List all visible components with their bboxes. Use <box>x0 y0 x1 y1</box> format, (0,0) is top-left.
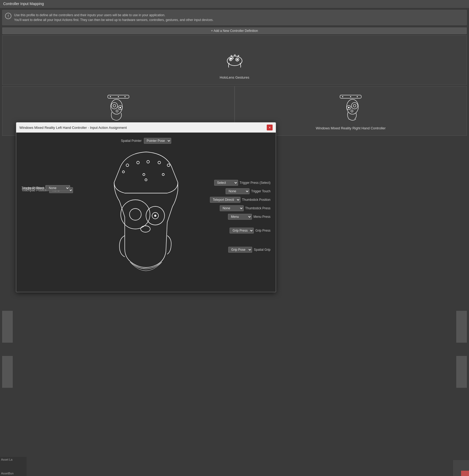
touchpad-press-row: Touchpad Press None <box>21 185 70 191</box>
svg-point-36 <box>121 200 150 229</box>
svg-point-23 <box>348 107 350 108</box>
grip-press-row: Grip Press Grip Press <box>230 228 270 233</box>
modal-body: Spatial Pointer Pointer Pose Trigger Pos… <box>16 133 276 292</box>
info-line2: You'll want to define all your Input Act… <box>14 18 463 22</box>
svg-point-30 <box>158 161 161 164</box>
left-sidebar-panel-2 <box>2 356 13 388</box>
spatial-grip-row: Grip Pose Spatial Grip <box>228 247 270 253</box>
svg-point-28 <box>137 161 139 164</box>
svg-point-9 <box>118 96 119 97</box>
svg-point-33 <box>143 173 145 176</box>
trigger-press-row: Select Trigger Press (Select) <box>214 180 270 186</box>
touchpad-press-select[interactable]: None <box>46 185 70 191</box>
spatial-grip-label: Spatial Grip <box>254 248 270 252</box>
hololens-icon <box>219 41 251 73</box>
svg-point-19 <box>350 96 351 97</box>
trigger-touch-row: None Trigger Touch <box>226 188 270 194</box>
touchpad-press-label: Touchpad Press <box>21 186 44 190</box>
spatial-pointer-label: Spatial Pointer <box>121 139 141 143</box>
info-line1: Use this profile to define all the contr… <box>14 13 463 18</box>
svg-point-10 <box>124 96 126 97</box>
controller-diagram: Trigger Position Trigger Touchpad Positi… <box>21 148 270 286</box>
svg-point-0 <box>227 56 242 66</box>
thumbstick-press-select[interactable]: None <box>220 205 244 211</box>
svg-point-20 <box>357 96 358 97</box>
modal-header: Windows Mixed Reality Left Hand Controll… <box>16 122 276 133</box>
svg-point-40 <box>154 215 156 217</box>
grip-press-label: Grip Press <box>255 229 270 232</box>
input-action-modal: Windows Mixed Reality Left Hand Controll… <box>16 122 276 292</box>
thumbstick-press-row: None Thumbstick Press <box>220 205 270 211</box>
menu-press-select[interactable]: Menu <box>228 214 252 220</box>
menu-press-label: Menu Press <box>253 215 270 219</box>
asset-panel-label: Asset La <box>1 458 25 461</box>
svg-point-29 <box>147 160 149 163</box>
hololens-label: HoloLens Gestures <box>220 75 249 79</box>
trigger-touch-select[interactable]: None <box>226 188 249 194</box>
controller-diagram-svg <box>104 148 188 282</box>
svg-point-27 <box>126 164 129 167</box>
svg-point-18 <box>342 96 343 97</box>
info-banner: ! Use this profile to define all the con… <box>2 10 467 25</box>
trigger-touch-label: Trigger Touch <box>251 189 270 193</box>
right-controller-icon <box>335 92 367 124</box>
asset-panel: Asset La AssetBun <box>0 457 27 476</box>
svg-point-41 <box>141 226 150 232</box>
page-title: Controller Input Mapping <box>3 2 466 6</box>
bottom-right-indicator <box>461 471 469 476</box>
thumbstick-position-select[interactable]: Teleport Directi <box>210 197 240 203</box>
spatial-pointer-row: Spatial Pointer Pointer Pose <box>21 138 270 144</box>
page-header: Controller Input Mapping <box>0 0 469 8</box>
svg-rect-6 <box>230 58 231 60</box>
svg-point-24 <box>351 103 358 109</box>
menu-press-row: Menu Menu Press <box>228 214 270 220</box>
svg-point-25 <box>353 104 356 107</box>
spatial-pointer-select[interactable]: Pointer Pose <box>144 138 171 144</box>
modal-close-button[interactable]: × <box>267 125 273 130</box>
right-sidebar-panel <box>456 311 467 343</box>
svg-point-31 <box>167 164 170 167</box>
right-controller-label: Windows Mixed Reality Right Hand Control… <box>316 126 386 130</box>
modal-title: Windows Mixed Reality Left Hand Controll… <box>19 126 127 130</box>
svg-point-8 <box>110 96 111 97</box>
thumbstick-position-row: Teleport Directi Thumbstick Position <box>210 197 270 203</box>
grip-press-select[interactable]: Grip Press <box>230 228 254 233</box>
info-icon: ! <box>5 13 11 19</box>
asset-bundle-label: AssetBun <box>1 472 25 475</box>
svg-point-16 <box>116 110 118 112</box>
spatial-grip-select[interactable]: Grip Pose <box>228 247 252 253</box>
svg-point-35 <box>145 179 147 181</box>
svg-point-26 <box>351 110 353 112</box>
left-sidebar-panel <box>2 311 13 343</box>
add-controller-button[interactable]: + Add a New Controller Definition <box>2 27 467 34</box>
hololens-card[interactable]: HoloLens Gestures <box>2 35 467 85</box>
trigger-press-select[interactable]: Select <box>214 180 238 186</box>
svg-point-12 <box>111 103 118 109</box>
svg-point-34 <box>162 173 164 176</box>
svg-point-15 <box>119 107 121 108</box>
bottom-right-panel <box>453 460 469 476</box>
svg-point-4 <box>237 59 238 60</box>
svg-point-13 <box>113 104 116 107</box>
left-controller-icon <box>102 92 134 124</box>
thumbstick-position-label: Thumbstick Position <box>242 198 270 202</box>
thumbstick-press-label: Thumbstick Press <box>245 206 270 210</box>
svg-point-32 <box>122 171 124 173</box>
right-mappings: Select Trigger Press (Select) None Trigg… <box>210 180 270 253</box>
trigger-press-label: Trigger Press (Select) <box>240 181 270 185</box>
right-sidebar-panel-2 <box>456 356 467 388</box>
svg-point-37 <box>130 209 141 220</box>
